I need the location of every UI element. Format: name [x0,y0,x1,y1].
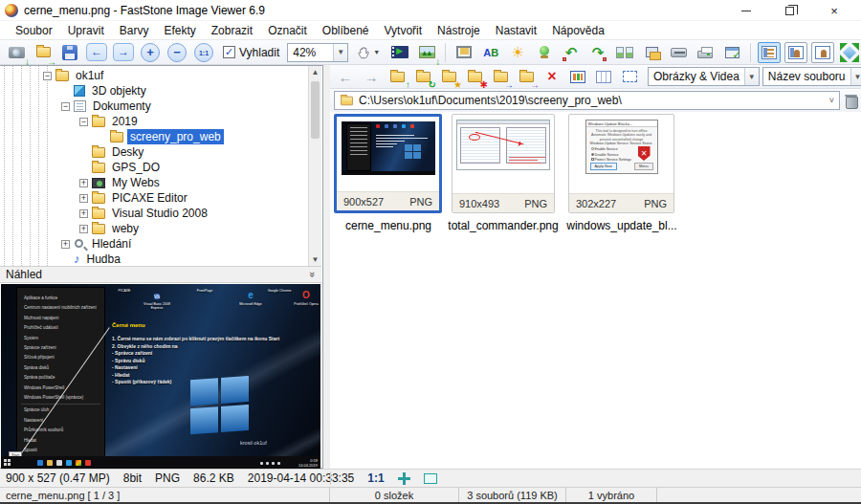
menu-upravit[interactable]: Upravit [60,22,112,39]
menu-nastavit[interactable]: Nastavit [488,22,544,39]
smooth-checkbox[interactable]: ✓ [223,46,235,58]
zoom-dropdown-icon[interactable]: ▼ [333,44,347,61]
colors-adjust-icon[interactable]: ☀ [506,41,529,64]
menu-zobrazit[interactable]: Zobrazit [204,22,260,39]
menu-oznacit[interactable]: Označit [260,22,315,39]
tree-item-dokumenty[interactable]: −Dokumenty [0,99,154,114]
filter-combobox[interactable]: Obrázky & Videa ▼ [648,67,760,86]
thumbnail-filename[interactable]: windows_update_bl... [560,219,684,232]
expander-icon[interactable]: + [79,194,88,203]
back-icon[interactable]: ← [334,66,357,87]
selection-mode-icon[interactable] [424,473,437,484]
menu-barvy[interactable]: Barvy [112,22,157,39]
folder-up-icon[interactable]: ↑ [386,66,408,87]
select-mode-icon[interactable] [618,66,641,87]
filter-dropdown-icon[interactable]: ▼ [744,68,759,85]
close-button[interactable]: × [815,0,853,21]
move-to-folder-icon[interactable]: → [515,66,538,87]
hand-pan-icon[interactable]: ▼ [352,41,385,64]
view-details-icon[interactable] [592,66,615,87]
scan-icon[interactable] [667,41,690,64]
save-icon[interactable] [58,41,81,64]
view-thumbnails-icon[interactable] [566,66,589,87]
expander-icon[interactable]: + [79,209,88,218]
address-dropdown-icon[interactable]: ˅ [829,96,834,105]
menu-efekty[interactable]: Efekty [156,22,203,39]
draw-annotate-icon[interactable]: AB [479,41,502,64]
open-folder-icon[interactable]: → [32,41,55,64]
tree-item-screeny-pro-web[interactable]: screeny_pro_web [0,129,224,144]
tree-item-gps-do[interactable]: GPS_DO [0,160,163,175]
scroll-up-icon[interactable]: ▲ [309,68,321,77]
tree-item-my-webs[interactable]: +My Webs [0,175,163,190]
delete-icon[interactable]: × [541,66,563,87]
tree-item-hudba[interactable]: ♪Hudba [0,252,123,266]
tree-item-ok1uf[interactable]: −ok1uf [0,68,106,83]
info-dimensions: 861 x 504 (0.47 MP) [6,471,110,485]
forward-icon[interactable]: → [360,66,383,87]
rotate-right-icon[interactable]: ↷ [586,41,609,64]
scrollbar-thumb[interactable] [311,81,320,139]
print-icon[interactable] [694,41,717,64]
scroll-down-icon[interactable]: ▼ [309,255,321,264]
zoom-combobox[interactable]: 42% ▼ [287,43,348,62]
expander-icon[interactable]: − [79,118,88,126]
preview-image[interactable]: PICAXE VbVisual Basic 2008 Express Front… [1,284,320,469]
expander-icon[interactable]: + [61,240,70,249]
restore-button[interactable] [770,0,808,21]
sort-dropdown-icon[interactable]: ▼ [850,68,861,85]
actual-size-icon[interactable]: 1:1 [192,41,215,64]
tree-item-2019[interactable]: −2019 [0,114,141,129]
collapse-preview-icon[interactable]: » [308,272,318,277]
copy-to-folder-icon[interactable]: → [489,66,512,87]
tree-item-desky[interactable]: Desky [0,144,146,160]
menu-oblibene[interactable]: Oblíbené [315,22,377,39]
thumbnail-cerne-menu[interactable]: 900x527PNG [334,114,442,213]
tree-item-weby[interactable]: +weby [0,221,142,236]
compare-images-icon[interactable] [613,41,636,64]
expander-icon[interactable]: + [79,179,88,187]
folder-favorites-icon[interactable]: ★ [437,66,460,87]
pan-mode-icon[interactable] [398,472,410,485]
minimize-button[interactable] [727,0,765,21]
thumbnail-windows-update-blocker[interactable]: Windows Update Blocka... This tool is de… [568,114,674,213]
settings-icon[interactable] [720,41,743,64]
layout-image-button[interactable] [811,42,834,63]
crop-icon[interactable] [453,41,475,64]
next-image-icon[interactable]: → [112,41,135,64]
tree-scrollbar[interactable]: ▲▼ [308,66,321,266]
tree-item-picaxe-editor[interactable]: +PICAXE Editor [0,190,190,206]
fullscreen-icon[interactable] [838,41,861,64]
expander-icon[interactable]: − [61,102,70,111]
previous-image-icon[interactable]: ← [85,41,108,64]
expander-icon[interactable]: + [79,225,88,233]
expander-icon[interactable]: − [43,72,52,80]
menu-napoveda[interactable]: Nápověda [544,22,612,39]
screen-capture-icon[interactable] [533,41,556,64]
zoom-out-icon[interactable]: − [166,41,188,64]
thumbnail-filename[interactable]: cerne_menu.png [326,219,451,232]
menu-soubor[interactable]: Soubor [8,22,60,39]
menu-vytvorit[interactable]: Vytvořit [377,22,430,39]
left-panel: −ok1uf 3D objekty −Dokumenty −2019 scree… [0,65,323,469]
address-input[interactable]: C:\Users\ok1uf\Documents\2019\screeny_pr… [334,91,840,110]
filmstrip-slideshow-icon[interactable] [388,41,411,64]
layout-browser-button[interactable] [758,42,781,63]
menu-nastroje[interactable]: Nástroje [430,22,488,39]
thumbnail-total-commander[interactable]: 910x493PNG [452,114,555,213]
folder-refresh-icon[interactable]: ↻ [411,66,434,87]
tree-item-visual-studio-2008[interactable]: +Visual Studio 2008 [0,206,210,221]
thumbnail-area[interactable]: 900x527PNG cerne_menu.png 910x493PNG tot… [330,112,861,469]
folder-new-icon[interactable]: ✱ [463,66,486,87]
zoom-in-icon[interactable]: + [139,41,162,64]
tree-item-3d-objekty[interactable]: 3D objekty [0,83,149,99]
thumbnail-filename[interactable]: total_commander.png [441,219,565,232]
copy-move-icon[interactable] [640,41,663,64]
rotate-left-icon[interactable]: ↶ [560,41,583,64]
recycle-bin-icon[interactable] [845,94,857,107]
sort-combobox[interactable]: Název souboru ▼ [762,67,861,86]
layout-preview-button[interactable] [784,42,807,63]
acquire-camera-icon[interactable]: ↓ [5,41,28,64]
tree-item-hledani[interactable]: +Hledání [0,236,134,252]
browse-tree-icon[interactable]: ↓ [415,41,438,64]
